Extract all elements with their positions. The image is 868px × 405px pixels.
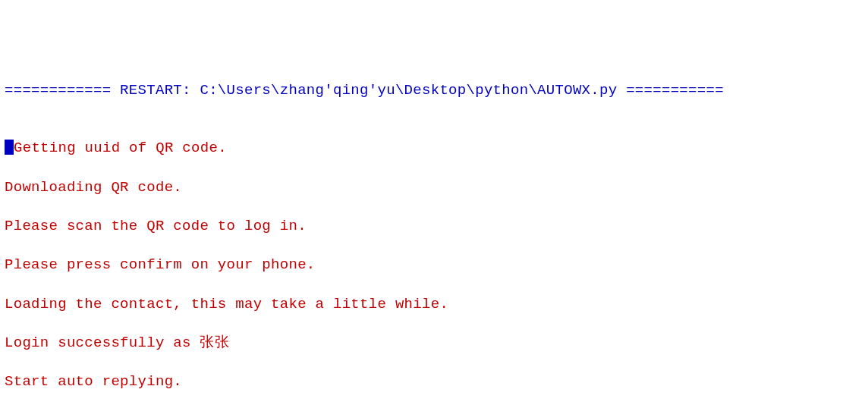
output-line: Loading the contact, this may take a lit…	[5, 295, 863, 315]
console-output: Getting uuid of QR code. Downloading QR …	[5, 120, 863, 405]
output-line: Start auto replying.	[5, 372, 863, 392]
output-line: Please press confirm on your phone.	[5, 256, 863, 275]
output-text: Getting uuid of QR code.	[14, 140, 227, 156]
cursor-icon	[5, 140, 14, 155]
restart-banner: ============ RESTART: C:\Users\zhang'qin…	[5, 81, 863, 101]
output-line: Please scan the QR code to log in.	[5, 217, 863, 237]
output-line: Getting uuid of QR code.	[5, 139, 863, 159]
output-line: Downloading QR code.	[5, 178, 863, 198]
output-line: Login successfully as 张张	[5, 334, 863, 353]
